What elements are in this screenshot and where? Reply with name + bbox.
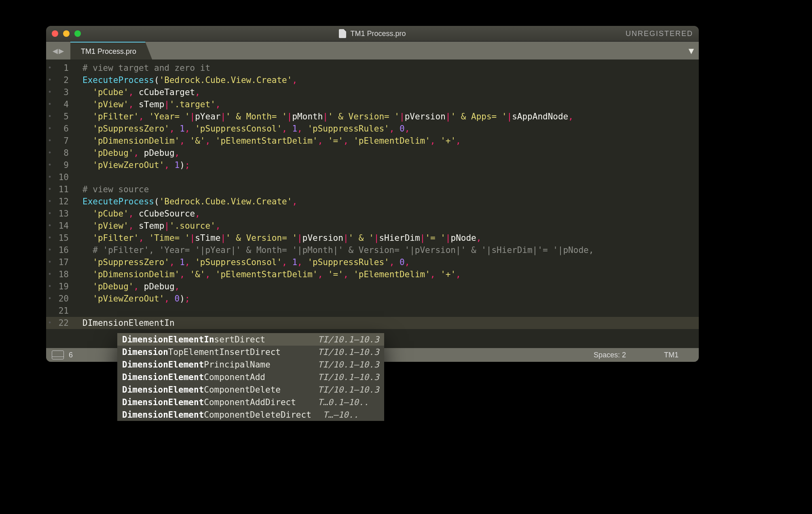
code-content[interactable]: 'pCube', cCubeSource, [72,208,200,220]
code-line[interactable]: •22DImensionElementIn [46,317,699,329]
code-line[interactable]: •17 'pSuppressZero', 1, 'pSuppressConsol… [46,256,699,268]
gutter-dot: • [46,280,52,293]
close-icon[interactable] [52,30,58,37]
line-number: 12 [52,195,72,208]
minimize-icon[interactable] [63,30,70,37]
autocomplete-item-name: DimensionElementComponentDelete [122,385,281,395]
line-number: 8 [52,147,72,159]
status-spaces[interactable]: Spaces: 2 [594,351,626,359]
autocomplete-popup[interactable]: DimensionElementInsertDirect TI/10.1–10.… [117,333,384,421]
line-number: 14 [52,220,72,232]
gutter-dot: • [46,208,52,220]
gutter-dot: • [46,195,52,208]
code-line[interactable]: •16 # 'pFilter', 'Year= '|pYear|' & Mont… [46,244,699,256]
gutter-dot: • [46,74,52,86]
autocomplete-item[interactable]: DimensionElementComponentDelete TI/10.1–… [117,383,384,396]
code-line[interactable]: •3 'pCube', cCubeTarget, [46,86,699,98]
autocomplete-item[interactable]: DimensionTopElementInsertDirect TI/10.1–… [117,346,384,358]
tab-dropdown-icon[interactable]: ▼ [689,46,694,56]
code-line[interactable]: •14 'pView', sTemp|'.source', [46,220,699,232]
code-line[interactable]: •18 'pDimensionDelim', '&', 'pElementSta… [46,268,699,280]
nav-back-icon[interactable]: ◀ [53,46,58,56]
code-line[interactable]: •13 'pCube', cCubeSource, [46,208,699,220]
titlebar: TM1 Process.pro UNREGISTERED [46,26,699,42]
code-line[interactable]: •9 'pViewZeroOut', 1); [46,159,699,171]
code-content[interactable]: ExecuteProcess('Bedrock.Cube.View.Create… [72,195,297,208]
nav-arrows[interactable]: ◀ ▶ [46,42,70,59]
gutter-dot: • [46,135,52,147]
code-line[interactable]: •12ExecuteProcess('Bedrock.Cube.View.Cre… [46,195,699,208]
gutter-dot: • [46,232,52,244]
code-content[interactable]: 'pDebug', pDebug, [72,280,180,293]
autocomplete-item-category: TI/10.1–10.3 [318,335,379,344]
line-number: 21 [52,305,72,317]
line-number: 1 [52,62,72,74]
code-content[interactable]: 'pDimensionDelim', '&', 'pElementStartDe… [72,268,461,280]
code-line[interactable]: •11# view source [46,183,699,195]
autocomplete-item[interactable]: DimensionElementInsertDirect TI/10.1–10.… [117,333,384,346]
line-number: 9 [52,159,72,171]
autocomplete-item-name: DimensionElementComponentAddDirect [122,397,296,407]
zoom-icon[interactable] [74,30,81,37]
code-content[interactable]: 'pDebug', pDebug, [72,147,180,159]
code-line[interactable]: 21 [46,305,699,317]
autocomplete-item-category: TI/10.1–10.3 [318,385,379,395]
autocomplete-item[interactable]: DimensionElementComponentAddDirect T…0.1… [117,396,384,408]
code-content[interactable]: # 'pFilter', 'Year= '|pYear|' & Month= '… [72,244,594,256]
autocomplete-item-name: DimensionElementInsertDirect [122,335,265,344]
code-line[interactable]: •1# view target and zero it [46,62,699,74]
line-number: 20 [52,293,72,305]
autocomplete-item[interactable]: DimensionElementPrincipalName TI/10.1–10… [117,358,384,371]
code-line[interactable]: •8 'pDebug', pDebug, [46,147,699,159]
autocomplete-item-category: TI/10.1–10.3 [318,372,379,382]
code-line[interactable]: •19 'pDebug', pDebug, [46,280,699,293]
line-number: 15 [52,232,72,244]
line-number: 22 [52,317,72,329]
autocomplete-item-name: DimensionElementComponentAdd [122,372,265,382]
code-line[interactable]: •4 'pView', sTemp|'.target', [46,98,699,110]
code-content[interactable]: 'pViewZeroOut', 0); [72,293,190,305]
file-icon [339,29,346,38]
code-line[interactable]: •2ExecuteProcess('Bedrock.Cube.View.Crea… [46,74,699,86]
code-content[interactable]: 'pFilter', 'Time= '|sTime|' & Version= '… [72,232,481,244]
code-line[interactable]: •20 'pViewZeroOut', 0); [46,293,699,305]
autocomplete-item-name: DimensionTopElementInsertDirect [122,347,281,357]
code-content[interactable]: # view source [72,183,149,195]
code-line[interactable]: •7 'pDimensionDelim', '&', 'pElementStar… [46,135,699,147]
line-number: 13 [52,208,72,220]
autocomplete-item[interactable]: DimensionElementComponentDeleteDirect T…… [117,408,384,421]
code-content[interactable]: 'pSuppressZero', 1, 'pSuppressConsol', 1… [72,256,410,268]
gutter-dot: • [46,123,52,135]
editor-area[interactable]: •1# view target and zero it•2ExecuteProc… [46,59,699,348]
code-content[interactable]: 'pFilter', 'Year= '|pYear|' & Month= '|p… [72,110,573,123]
code-content[interactable]: ExecuteProcess('Bedrock.Cube.View.Create… [72,74,297,86]
code-content[interactable]: 'pDimensionDelim', '&', 'pElementStartDe… [72,135,461,147]
line-number: 7 [52,135,72,147]
traffic-lights [52,30,81,37]
unregistered-label: UNREGISTERED [626,30,693,38]
tab-active[interactable]: TM1 Process.pro [70,42,152,60]
code-content[interactable]: 'pViewZeroOut', 1); [72,159,190,171]
gutter-dot: • [46,110,52,123]
code-line[interactable]: •10 [46,171,699,183]
code-line[interactable]: •5 'pFilter', 'Year= '|pYear|' & Month= … [46,110,699,123]
gutter-dot: • [46,293,52,305]
status-language[interactable]: TM1 [664,351,679,359]
code-content[interactable]: 'pCube', cCubeTarget, [72,86,200,98]
code-content[interactable]: 'pView', sTemp|'.target', [72,98,220,110]
gutter-dot: • [46,159,52,171]
gutter-dot [46,305,52,317]
code-content[interactable]: DImensionElementIn [72,317,175,329]
autocomplete-item-category: TI/10.1–10.3 [318,360,379,370]
code-line[interactable]: •15 'pFilter', 'Time= '|sTime|' & Versio… [46,232,699,244]
gutter-dot: • [46,147,52,159]
code-content[interactable]: 'pSuppressZero', 1, 'pSuppressConsol', 1… [72,123,410,135]
code-lines[interactable]: •1# view target and zero it•2ExecuteProc… [46,62,699,329]
nav-forward-icon[interactable]: ▶ [59,46,64,56]
panel-icon[interactable] [52,350,64,359]
line-number: 10 [52,171,72,183]
code-line[interactable]: •6 'pSuppressZero', 1, 'pSuppressConsol'… [46,123,699,135]
autocomplete-item[interactable]: DimensionElementComponentAdd TI/10.1–10.… [117,371,384,383]
code-content[interactable]: 'pView', sTemp|'.source', [72,220,220,232]
code-content[interactable]: # view target and zero it [72,62,210,74]
